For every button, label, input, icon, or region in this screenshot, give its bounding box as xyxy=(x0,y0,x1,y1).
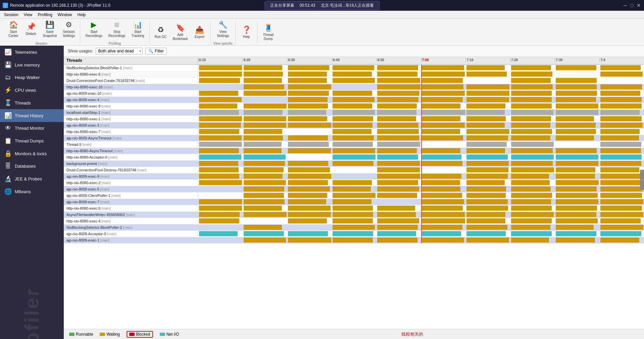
timeline-bar xyxy=(199,212,240,217)
thread-dumps-label: Thread Dumps xyxy=(15,138,44,143)
table-row[interactable]: http-nio-8080-exec-9 [main] xyxy=(64,103,644,110)
table-row[interactable]: NioBlockingSelector.BlockPoller-1 [main] xyxy=(64,65,644,71)
add-bookmark-button[interactable]: 🔖 AddBookmark xyxy=(170,22,190,43)
timeline-bar xyxy=(288,180,328,185)
timeline-bar xyxy=(422,72,465,77)
sidebar-item-jee-probes[interactable]: 🔬 JEE & Probes xyxy=(0,172,64,185)
table-row[interactable]: ajp-nio-8009-exec-5 [main] xyxy=(64,186,644,193)
menu-window[interactable]: Window xyxy=(55,12,75,18)
timeline-bar xyxy=(600,212,643,217)
table-row[interactable]: background-preinit [main] xyxy=(64,161,644,167)
timeline-bar xyxy=(466,116,506,121)
table-row[interactable]: ajp-nio-8009-AsyncTimeout [main] xyxy=(64,135,644,141)
help-button[interactable]: ❓ Help xyxy=(238,24,254,41)
run-gc-button[interactable]: ♻ Run GC xyxy=(152,24,169,41)
table-row[interactable]: http-nio-8080-exec-5 [main] xyxy=(64,205,644,212)
menu-view[interactable]: View xyxy=(21,12,35,18)
detach-button[interactable]: 📌 Detach xyxy=(23,21,39,38)
start-center-button[interactable]: 🏠 StartCenter xyxy=(5,19,21,40)
table-row[interactable]: Druid-ConnectionPool-Create-761833748 [m… xyxy=(64,78,644,84)
table-row[interactable]: http-nio-8080-AsyncTimeout [main] xyxy=(64,148,644,154)
sidebar-item-live-memory[interactable]: 💾 Live memory xyxy=(0,58,64,71)
menu-profiling[interactable]: Profiling xyxy=(35,12,55,18)
time-marker xyxy=(421,212,422,218)
save-snapshot-button[interactable]: 💾 SaveSnapshot xyxy=(40,19,59,40)
timeline-bar xyxy=(199,110,239,115)
thread-timeline-cell xyxy=(198,103,644,109)
table-row[interactable]: ajp-nio-8009-exec-7 [main] xyxy=(64,199,644,205)
sidebar-item-thread-history[interactable]: 📊 Thread History xyxy=(0,109,64,122)
thread-name-cell: AsyncFileHandlerWriter-455659002 [main] xyxy=(64,212,198,218)
timeline-bar xyxy=(466,123,505,128)
table-row[interactable]: ajp-nio-8009-exec-4 [main] xyxy=(64,97,644,103)
time-marker xyxy=(421,110,422,116)
table-row[interactable]: localhost-startStop-1 [main] xyxy=(64,110,644,116)
timeline-bar xyxy=(600,218,641,223)
table-row[interactable]: Druid-ConnectionPool-Destroy-761833748 [… xyxy=(64,167,644,173)
table-row[interactable]: ajp-nio-8009-ClientPoller-1 [main] xyxy=(64,193,644,199)
thread-group-text: [main] xyxy=(102,73,111,76)
thread-monitor-icon: 👁 xyxy=(4,125,12,132)
table-row[interactable]: ajp-nio-8009-exec-9 [main] xyxy=(64,173,644,180)
view-settings-label: ViewSettings xyxy=(217,30,229,38)
time-marker xyxy=(421,231,422,237)
sidebar-item-thread-monitor[interactable]: 👁 Thread Monitor xyxy=(0,122,64,134)
start-tracking-button[interactable]: 📊 StartTracking xyxy=(129,19,147,40)
table-row[interactable]: ajp-nio-8009-exec-10 [main] xyxy=(64,90,644,97)
view-settings-button[interactable]: 🔧 ViewSettings xyxy=(214,19,231,40)
table-row[interactable]: ajp-nio-8009-Acceptor-0 [main] xyxy=(64,231,644,237)
table-row[interactable]: http-nio-8080-exec-7 [main] xyxy=(64,129,644,135)
export-button[interactable]: 📤 Export xyxy=(192,24,208,41)
timeline-bar xyxy=(466,180,505,185)
sidebar-item-heap-walker[interactable]: 🗂 Heap Walker xyxy=(0,71,64,84)
menu-help[interactable]: Help xyxy=(75,12,89,18)
filter-button[interactable]: 🔍 Filter xyxy=(145,48,167,54)
minimize-button[interactable]: ─ xyxy=(623,3,628,8)
sidebar-item-thread-dumps[interactable]: 📋 Thread Dumps xyxy=(0,134,64,147)
maximize-button[interactable]: □ xyxy=(629,3,635,8)
cpu-views-icon: ⚡ xyxy=(4,86,12,94)
session-settings-button[interactable]: ⚙ SessionSettings xyxy=(60,19,77,40)
threads-label: Threads xyxy=(15,100,31,105)
table-row[interactable]: http-nio-8080-exec-4 [main] xyxy=(64,218,644,224)
sidebar-item-cpu-views[interactable]: ⚡ CPU views xyxy=(0,84,64,96)
table-row[interactable]: http-nio-8080-exec-10 [main] xyxy=(64,84,644,90)
sidebar-item-monitors-locks[interactable]: 🔒 Monitors & locks xyxy=(0,147,64,160)
timeline-bar xyxy=(466,91,509,96)
table-row[interactable]: http-nio-8080-exec-6 [main] xyxy=(64,71,644,78)
sidebar-item-threads[interactable]: 🧵 Threads xyxy=(0,96,64,109)
start-recordings-button[interactable]: ▶ StartRecordings xyxy=(83,19,105,40)
time-marker xyxy=(421,122,422,128)
legend-blocked: Blocked xyxy=(127,331,153,338)
timeline-bar xyxy=(199,129,239,134)
profiling-group-label: Profiling xyxy=(109,42,121,45)
thread-name-cell: NioBlockingSelector.BlockPoller-1 [main] xyxy=(64,65,198,71)
sidebar-item-mbeans[interactable]: 🌐 MBeans xyxy=(0,185,64,198)
table-row[interactable]: Thread-5 [main] xyxy=(64,141,644,148)
table-row[interactable]: ajp-nio-8009-exec-1 [main] xyxy=(64,237,644,244)
thread-dump-button[interactable]: 🧵 ThreadDump xyxy=(260,22,276,43)
stop-recordings-label: StopRecordings xyxy=(108,30,126,38)
thread-timeline-cell xyxy=(198,154,644,160)
table-row[interactable]: http-nio-8080-Acceptor-0 [main] xyxy=(64,154,644,161)
sidebar-item-databases[interactable]: 🗄 Databases xyxy=(0,160,64,172)
monitors-locks-label: Monitors & locks xyxy=(15,151,47,156)
close-button[interactable]: ✕ xyxy=(636,3,641,8)
menu-session[interactable]: Session xyxy=(1,12,21,18)
sidebar-item-telemetries[interactable]: 📈 Telemetries xyxy=(0,46,64,58)
table-row[interactable]: http-nio-8080-exec-1 [main] xyxy=(64,116,644,122)
table-row[interactable]: AsyncFileHandlerWriter-455659002 [main] xyxy=(64,212,644,218)
timeline-bar xyxy=(377,65,418,70)
threads-column-header: Threads xyxy=(64,57,198,64)
menubar: Session View Profiling Window Help xyxy=(0,11,644,19)
timeline-bar xyxy=(377,180,418,185)
table-row[interactable]: http-nio-8080-exec-2 [main] xyxy=(64,180,644,186)
right-edge-tab[interactable]: › xyxy=(640,170,644,190)
usages-dropdown[interactable]: Both alive and dead Alive only Dead only xyxy=(96,48,143,54)
timeline-bar xyxy=(511,199,551,204)
timeline-bar xyxy=(556,180,599,185)
table-row[interactable]: ajp-nio-8009-exec-3 [main] xyxy=(64,122,644,129)
timeline-bar xyxy=(600,103,642,109)
stop-recordings-button[interactable]: ⏹ StopRecordings xyxy=(106,19,128,40)
table-row[interactable]: NioBlockingSelector.BlockPoller-2 [main] xyxy=(64,224,644,231)
